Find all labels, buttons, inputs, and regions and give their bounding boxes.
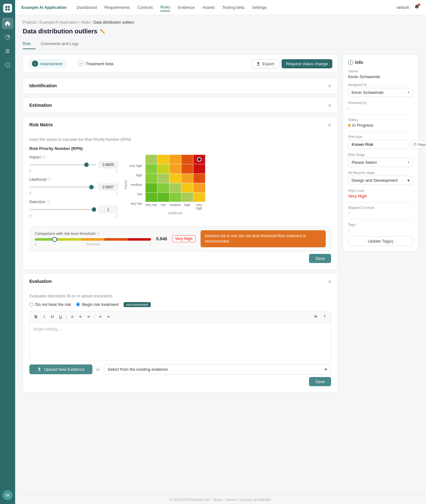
risk-matrix-save-button[interactable]: Save [309,254,331,263]
svg-rect-6 [6,51,10,51]
threshold-marker[interactable] [52,237,57,242]
risk-level-value: Very High [348,194,413,198]
nav-requirements[interactable]: Requirements [104,4,130,11]
cell-3-4 [193,183,205,192]
breadcrumb-risks[interactable]: Risks [81,20,90,25]
footer-text: © 2023-2024 Modulos AG · Status · Versio… [170,498,271,501]
report-bug-button[interactable]: Report a Bug [411,141,426,148]
nav-risks[interactable]: Risks [160,3,170,11]
threshold-label: threshold [86,243,99,246]
page-tabs: Risk Comments and Logs [23,39,418,49]
nav-dashboard[interactable]: Dashboard [77,4,97,11]
breadcrumb-app[interactable]: Example AI Application [39,20,78,25]
toolbar-help[interactable]: ? [321,313,328,321]
toolbar-italic[interactable]: I [40,313,48,321]
action-tab-assessment[interactable]: ✓ Assessment [28,59,66,69]
detection-slider[interactable] [29,209,96,210]
nav-testing[interactable]: Testing beta [222,4,244,11]
evaluation-save-row: Save [29,375,331,387]
matrix-row-1 [145,164,205,174]
info-divider-4 [348,219,413,220]
toolbar-list-ul[interactable]: ≡ [96,313,104,321]
toolbar-separator [66,314,67,319]
sidebar-icon-home[interactable] [2,18,13,29]
toolbar-heading[interactable]: H [49,313,56,321]
upload-evidence-button[interactable]: Upload New Evidence [29,364,92,374]
nav-assets[interactable]: Assets [202,4,215,11]
matrix-grid [145,155,205,202]
owner-label: Owner [348,69,413,73]
nav-evidence[interactable]: Evidence [178,4,195,11]
sidebar-icon-chart[interactable] [2,32,13,43]
assigned-select[interactable]: Kevin Schawinski ▾ [348,88,413,97]
toolbar-preview[interactable]: 👁 [312,313,319,321]
toolbar-align-right[interactable]: ≡ [85,313,92,321]
col-label-vl: very low [145,203,157,210]
toolbar-align-center[interactable]: ≡ [77,313,84,321]
lifecycle-select[interactable]: Design and Development ▾ [348,176,413,185]
radio-begin-treat[interactable]: Begin risk treatment [76,302,119,307]
evaluation-save-button[interactable]: Save [309,377,331,386]
toolbar-align-left[interactable]: ≡ [68,313,76,321]
risk-matrix-header[interactable]: Risk Matrix ∧ [23,117,337,132]
update-tags-button[interactable]: Update Tag(s) [348,236,413,246]
cell-3-1 [157,183,169,192]
impact-slider[interactable] [29,164,96,165]
upload-label: Upload New Evidence [44,367,85,372]
nav-right: default [397,4,420,11]
threshold-value: 0.846 [156,236,167,241]
toolbar-separator-2 [94,314,95,319]
likelihood-info-icon: ⓘ [48,177,51,182]
risk-type-row: Report a Bug [348,140,413,149]
cell-1-0 [145,164,157,174]
threshold-min: 0 [35,243,37,246]
rm-subtitle: Insert the values to calculate the Risk … [29,137,331,142]
lifecycle-chevron: ▾ [407,178,410,183]
editor-area[interactable]: Begin editing... [29,323,331,360]
likelihood-label: Likelihood ⓘ [29,177,118,182]
breadcrumb-current: Data distribution outliers [94,20,134,25]
radio-begin-treat-input[interactable] [76,302,80,306]
lifecycle-label: All lifecycle stage [348,171,413,175]
sidebar-icon-list[interactable] [2,45,13,57]
right-column: i Info Owner Kevin Schawinski Assigned T… [343,54,418,251]
likelihood-slider[interactable] [29,186,96,188]
nav-user[interactable]: default [397,5,409,10]
nav-settings[interactable]: Settings [252,4,267,11]
toolbar-underline[interactable]: U [57,313,64,321]
edit-title-icon[interactable]: ✏️ [100,29,105,34]
sidebar-user-avatar[interactable]: GI [3,490,13,500]
nav-controls[interactable]: Controls [137,4,153,11]
request-status-button[interactable]: Request status change [282,59,332,68]
status-label: Status [348,118,413,122]
breadcrumb-projects[interactable]: Projects [23,20,36,25]
threshold-badge: Very High [172,235,195,242]
select-evidence-dropdown[interactable]: Select from the existing evidence ▾ [104,364,331,375]
identification-header[interactable]: Identification ∨ [23,78,337,93]
toolbar-bold[interactable]: B [32,313,40,321]
action-tab-treatment[interactable]: ⇄ Treatment beta [74,59,117,69]
export-label: Export [262,61,274,66]
radio-no-treat[interactable]: Do not treat the risk [29,302,71,307]
estimation-header[interactable]: Estimation ∨ [23,98,337,113]
toolbar-list-ol[interactable]: ≡ [105,313,112,321]
export-button[interactable]: Export [251,59,279,68]
risk-stage-select[interactable]: Please Select ▾ [348,158,413,167]
impact-value: 0.8805 [99,161,118,168]
risk-matrix-title: Risk Matrix [29,122,53,127]
evaluation-header[interactable]: Evaluation ∧ [23,274,337,289]
detection-info-icon: ⓘ [47,199,50,204]
tab-risk[interactable]: Risk [23,39,36,49]
main-column: ✓ Assessment ⇄ Treatment beta Export [23,54,338,393]
svg-rect-5 [6,49,10,50]
radio-no-treat-input[interactable] [29,302,33,306]
sidebar-icon-question[interactable]: ? [2,59,13,71]
detection-slider-group: Detection ⓘ 1 01 [29,199,118,217]
matrix-x-label: Likelihood [145,211,205,215]
svg-rect-2 [5,9,7,10]
nav-bell-button[interactable] [414,4,420,11]
svg-rect-1 [8,6,10,8]
tab-comments[interactable]: Comments and Logs [41,39,84,49]
risk-type-input[interactable] [348,140,408,149]
sidebar-logo[interactable] [3,4,12,13]
